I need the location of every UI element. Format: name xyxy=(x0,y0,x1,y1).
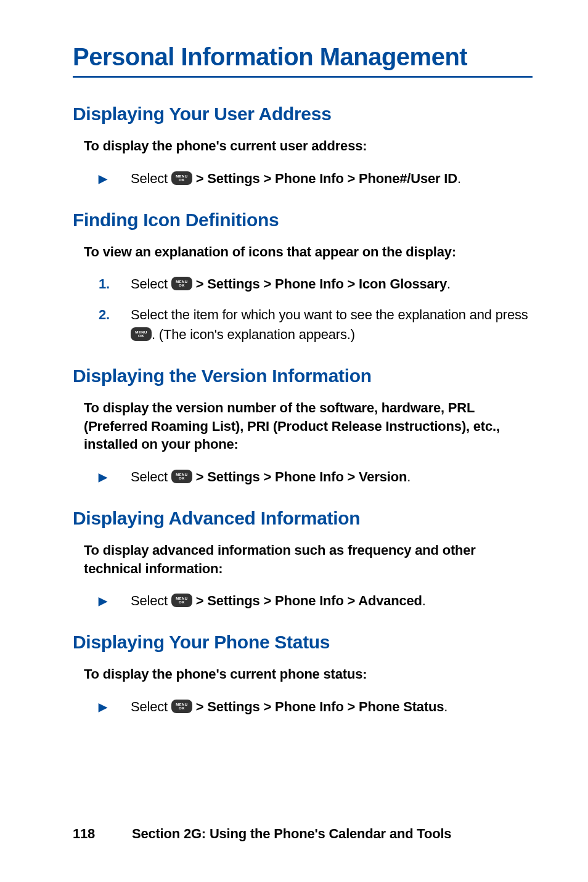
page-footer: 118 Section 2G: Using the Phone's Calend… xyxy=(73,826,451,842)
section-intro: To view an explanation of icons that app… xyxy=(84,243,533,261)
step-post: . xyxy=(457,171,461,186)
page-content: Personal Information Management Displayi… xyxy=(0,0,588,717)
section-intro: To display advanced information such as … xyxy=(84,541,533,578)
title-underline xyxy=(73,76,533,78)
section-heading: Displaying Your User Address xyxy=(73,104,533,125)
step-body: Select MENUOK > Settings > Phone Info > … xyxy=(131,169,533,189)
step-text: Select the item for which you want to se… xyxy=(131,307,528,322)
step-body: Select MENUOK > Settings > Phone Info > … xyxy=(131,591,533,611)
bullet-arrow-icon: ▶ xyxy=(99,169,131,189)
step-text: Select xyxy=(131,593,171,608)
bullet-arrow-icon: ▶ xyxy=(99,697,131,717)
step-text: Select xyxy=(131,276,171,292)
step-post: . xyxy=(407,469,410,484)
step-body: Select the item for which you want to se… xyxy=(131,305,533,345)
menu-ok-icon: MENUOK xyxy=(171,594,192,607)
menu-path: > Settings > Phone Info > Icon Glossary xyxy=(192,276,447,292)
step-body: Select MENUOK > Settings > Phone Info > … xyxy=(131,274,533,294)
page-title: Personal Information Management xyxy=(73,43,533,71)
step-text: Select xyxy=(131,699,171,714)
menu-path: > Settings > Phone Info > Version xyxy=(192,469,407,484)
section-heading: Finding Icon Definitions xyxy=(73,210,533,231)
menu-ok-icon: MENUOK xyxy=(131,327,152,341)
step-body: Select MENUOK > Settings > Phone Info > … xyxy=(131,697,533,717)
bullet-number: 2. xyxy=(99,305,131,345)
section-intro: To display the phone's current user addr… xyxy=(84,137,533,155)
bullet-number: 1. xyxy=(99,274,131,294)
step-post: . (The icon's explanation appears.) xyxy=(152,327,355,342)
step: ▶ Select MENUOK > Settings > Phone Info … xyxy=(99,591,533,611)
menu-ok-icon: MENUOK xyxy=(171,700,192,713)
section-heading: Displaying Advanced Information xyxy=(73,508,533,529)
menu-path: > Settings > Phone Info > Advanced xyxy=(192,593,422,608)
menu-ok-icon: MENUOK xyxy=(171,470,192,483)
bullet-arrow-icon: ▶ xyxy=(99,591,131,611)
section-intro: To display the version number of the sof… xyxy=(84,399,533,454)
step: ▶ Select MENUOK > Settings > Phone Info … xyxy=(99,697,533,717)
section-label: Section 2G: Using the Phone's Calendar a… xyxy=(132,826,451,841)
step: 1. Select MENUOK > Settings > Phone Info… xyxy=(99,274,533,294)
bullet-arrow-icon: ▶ xyxy=(99,467,131,487)
menu-ok-icon: MENUOK xyxy=(171,171,192,185)
menu-path: > Settings > Phone Info > Phone Status xyxy=(192,699,444,714)
step: 2. Select the item for which you want to… xyxy=(99,305,533,345)
step-post: . xyxy=(422,593,426,608)
section-heading: Displaying Your Phone Status xyxy=(73,632,533,653)
step-post: . xyxy=(447,276,451,292)
menu-ok-icon: MENUOK xyxy=(171,277,192,290)
section-intro: To display the phone's current phone sta… xyxy=(84,665,533,684)
step-post: . xyxy=(444,699,447,714)
step: ▶ Select MENUOK > Settings > Phone Info … xyxy=(99,169,533,189)
page-number: 118 xyxy=(73,826,128,842)
step-text: Select xyxy=(131,171,171,186)
menu-path: > Settings > Phone Info > Phone#/User ID xyxy=(192,171,457,186)
section-heading: Displaying the Version Information xyxy=(73,365,533,386)
step: ▶ Select MENUOK > Settings > Phone Info … xyxy=(99,467,533,487)
step-body: Select MENUOK > Settings > Phone Info > … xyxy=(131,467,533,487)
step-text: Select xyxy=(131,469,171,484)
